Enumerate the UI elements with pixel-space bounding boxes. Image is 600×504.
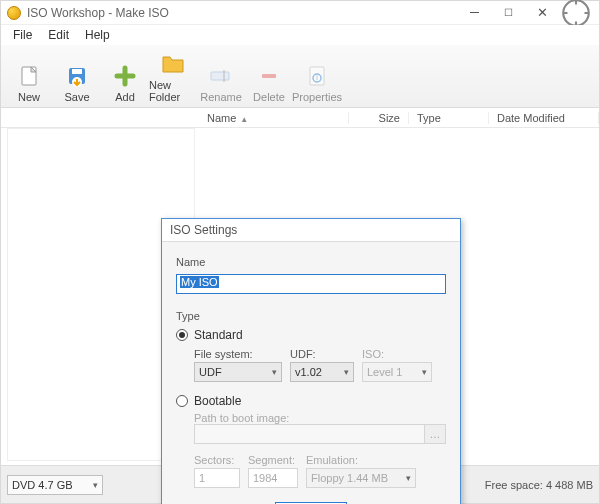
chevron-down-icon: ▾ <box>422 367 427 377</box>
close-button[interactable]: ✕ <box>525 3 559 23</box>
disc-select[interactable]: DVD 4.7 GB▾ <box>7 475 103 495</box>
udf-label: UDF: <box>290 348 354 360</box>
new-button[interactable]: New <box>5 61 53 105</box>
sectors-input: 1 <box>194 468 240 488</box>
folder-icon <box>160 51 186 77</box>
titlebar: ISO Workshop - Make ISO ☐ ✕ <box>1 1 599 25</box>
new-folder-button[interactable]: New Folder <box>149 49 197 105</box>
chevron-down-icon: ▾ <box>93 480 98 490</box>
app-icon <box>7 6 21 20</box>
filesystem-select[interactable]: UDF▾ <box>194 362 282 382</box>
iso-label: ISO: <box>362 348 432 360</box>
emulation-select: Floppy 1.44 MB▾ <box>306 468 416 488</box>
column-header: Name▲ Size Type Date Modified <box>1 108 599 128</box>
col-size[interactable]: Size <box>349 112 409 124</box>
svg-rect-6 <box>211 72 229 80</box>
window-title: ISO Workshop - Make ISO <box>27 6 457 20</box>
segment-input: 1984 <box>248 468 298 488</box>
save-icon <box>64 63 90 89</box>
dialog-title: ISO Settings <box>162 219 460 242</box>
minimize-button[interactable] <box>457 3 491 23</box>
content-area: ISO Settings Name My ISO Type Standard F… <box>1 128 599 465</box>
emulation-label: Emulation: <box>306 454 416 466</box>
svg-rect-4 <box>72 69 82 74</box>
file-new-icon <box>16 63 42 89</box>
radio-icon <box>176 395 188 407</box>
menu-file[interactable]: File <box>7 27 38 43</box>
name-input[interactable]: My ISO <box>176 274 446 294</box>
status-freespace: Free space: 4 488 MB <box>485 479 593 491</box>
radio-standard[interactable]: Standard <box>176 328 446 342</box>
delete-button: Delete <box>245 61 293 105</box>
properties-button: i Properties <box>293 61 341 105</box>
rename-button: Rename <box>197 61 245 105</box>
sort-asc-icon: ▲ <box>240 115 248 124</box>
chevron-down-icon: ▾ <box>272 367 277 377</box>
col-date[interactable]: Date Modified <box>489 112 599 124</box>
rename-icon <box>208 63 234 89</box>
minus-icon <box>256 63 282 89</box>
toolbar: New Save Add New Folder Rename Delete i … <box>1 45 599 108</box>
save-button[interactable]: Save <box>53 61 101 105</box>
path-label: Path to boot image: <box>194 412 446 424</box>
iso-settings-dialog: ISO Settings Name My ISO Type Standard F… <box>161 218 461 504</box>
add-button[interactable]: Add <box>101 61 149 105</box>
svg-rect-8 <box>262 74 276 78</box>
type-label: Type <box>176 310 446 322</box>
app-window: ISO Workshop - Make ISO ☐ ✕ File Edit He… <box>0 0 600 504</box>
browse-button: … <box>424 424 446 444</box>
col-type[interactable]: Type <box>409 112 489 124</box>
chevron-down-icon: ▾ <box>344 367 349 377</box>
menu-edit[interactable]: Edit <box>42 27 75 43</box>
col-name[interactable]: Name▲ <box>199 112 349 124</box>
expand-icon[interactable] <box>559 3 593 23</box>
radio-bootable[interactable]: Bootable <box>176 394 446 408</box>
bootpath-input <box>194 424 425 444</box>
udf-select[interactable]: v1.02▾ <box>290 362 354 382</box>
menubar: File Edit Help <box>1 25 599 45</box>
maximize-button[interactable]: ☐ <box>491 3 525 23</box>
name-label: Name <box>176 256 446 268</box>
segment-label: Segment: <box>248 454 298 466</box>
chevron-down-icon: ▾ <box>406 473 411 483</box>
plus-icon <box>112 63 138 89</box>
radio-icon <box>176 329 188 341</box>
iso-select: Level 1▾ <box>362 362 432 382</box>
properties-icon: i <box>304 63 330 89</box>
sectors-label: Sectors: <box>194 454 240 466</box>
filesystem-label: File system: <box>194 348 282 360</box>
menu-help[interactable]: Help <box>79 27 116 43</box>
